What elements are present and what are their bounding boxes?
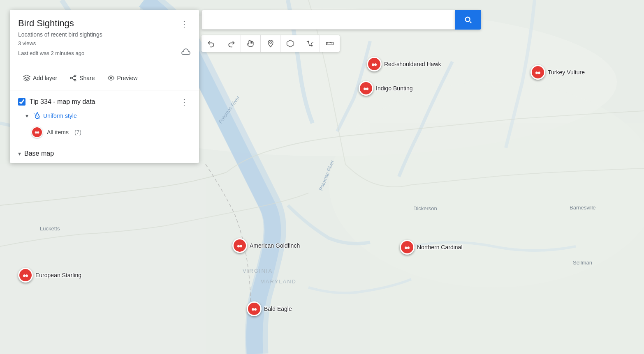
marker-button[interactable] [261,35,280,52]
all-items-row[interactable]: All items (7) [10,123,199,144]
svg-rect-24 [241,245,242,246]
marker-label: Northern Cardinal [417,244,463,251]
svg-rect-23 [238,245,239,246]
preview-icon [107,74,115,82]
share-icon [69,74,77,82]
marker-label: Bald Eagle [264,306,292,312]
svg-rect-38 [253,308,254,309]
binoculars-icon-sidebar [34,129,40,136]
layer-section: Tip 334 - map my data ⋮ ▾ Uniform style [10,90,199,144]
svg-point-45 [74,75,76,77]
undo-icon [207,39,215,48]
svg-rect-18 [364,88,366,89]
sidebar-actions: Add layer Share Preview [10,66,199,90]
svg-rect-39 [255,308,256,309]
svg-rect-44 [327,42,334,45]
svg-rect-9 [375,64,376,64]
redo-icon [227,39,235,48]
ruler-icon [326,39,334,48]
uniform-style-row[interactable]: ▾ Uniform style [10,110,199,123]
layer-title: Tip 334 - map my data [30,98,174,106]
all-items-count: (7) [74,129,81,136]
svg-rect-33 [24,275,25,276]
sidebar-panel: Bird Sightings ⋮ Locations of recent bir… [10,10,199,163]
svg-point-47 [74,79,76,81]
marker-label: American Goldfinch [250,242,300,249]
basemap-chevron-icon: ▾ [18,150,21,157]
svg-rect-8 [373,64,374,64]
svg-rect-7 [374,64,375,65]
add-layer-button[interactable]: Add layer [18,71,62,85]
basemap-label: Base map [24,150,54,157]
hand-icon [247,39,255,48]
marker-label: European Starling [35,272,81,278]
sidebar-header: Bird Sightings ⋮ Locations of recent bir… [10,10,199,66]
layer-more-icon[interactable]: ⋮ [178,96,191,108]
cloud-save-icon [181,47,191,59]
pan-button[interactable] [241,35,261,52]
uniform-style-label: Uniform style [43,113,77,119]
map-description: Locations of recent bird sightings [18,31,191,38]
all-items-label: All items [47,129,69,136]
marker-american-goldfinch[interactable]: American Goldfinch [232,238,300,253]
layer-checkbox[interactable] [18,98,25,106]
marker-label: Red-shouldered Hawk [384,61,441,67]
svg-rect-3 [0,164,206,354]
svg-rect-13 [536,72,537,73]
map-views: 3 views [18,40,191,46]
marker-turkey-vulture[interactable]: Turkey Vulture [530,65,585,80]
preview-button[interactable]: Preview [102,71,143,85]
preview-label: Preview [117,75,138,81]
toolbar [202,35,340,52]
map-title: Bird Sightings [18,18,74,29]
route-icon [306,39,314,48]
measure-button[interactable] [320,35,340,52]
svg-point-42 [308,41,309,42]
svg-rect-55 [37,131,39,132]
svg-rect-28 [405,247,407,248]
shape-button[interactable] [280,35,300,52]
search-input[interactable] [202,10,455,30]
style-bucket-icon [32,112,41,120]
layer-header: Tip 334 - map my data ⋮ [10,90,199,110]
add-layer-icon [23,74,30,82]
marker-label: Turkey Vulture [548,69,585,76]
add-layer-label: Add layer [33,75,57,81]
share-button[interactable]: Share [65,71,100,85]
svg-line-48 [72,78,74,80]
svg-point-46 [70,77,72,79]
svg-rect-29 [408,247,409,248]
svg-point-50 [110,77,112,79]
all-items-marker-icon [31,126,43,138]
more-options-icon[interactable]: ⋮ [178,18,191,30]
svg-line-49 [72,76,74,78]
marker-european-starling[interactable]: European Starling [18,268,81,283]
redo-button[interactable] [221,35,241,52]
svg-rect-4 [370,123,644,354]
search-bar [202,10,481,30]
svg-rect-53 [37,132,38,133]
marker-bald-eagle[interactable]: Bald Eagle [247,301,292,316]
search-button[interactable] [455,10,481,30]
search-icon [463,15,473,24]
svg-rect-22 [239,246,241,247]
polygon-icon [286,39,294,48]
pin-icon [266,39,275,48]
svg-rect-34 [26,275,28,276]
svg-point-43 [311,45,312,46]
route-button[interactable] [300,35,320,52]
svg-rect-27 [407,248,408,248]
marker-indigo-bunting[interactable]: Indigo Bunting [359,81,413,96]
svg-rect-19 [367,88,368,89]
chevron-down-icon: ▾ [25,113,28,119]
marker-northern-cardinal[interactable]: Northern Cardinal [400,240,463,255]
share-label: Share [79,75,95,81]
svg-rect-32 [25,276,26,276]
undo-button[interactable] [202,35,221,52]
svg-rect-37 [254,309,255,310]
basemap-section[interactable]: ▾ Base map [10,144,199,163]
sidebar-title-row: Bird Sightings ⋮ [18,18,191,30]
marker-label: Indigo Bunting [376,85,413,92]
marker-red-shouldered-hawk[interactable]: Red-shouldered Hawk [367,57,441,71]
svg-point-40 [269,41,271,43]
